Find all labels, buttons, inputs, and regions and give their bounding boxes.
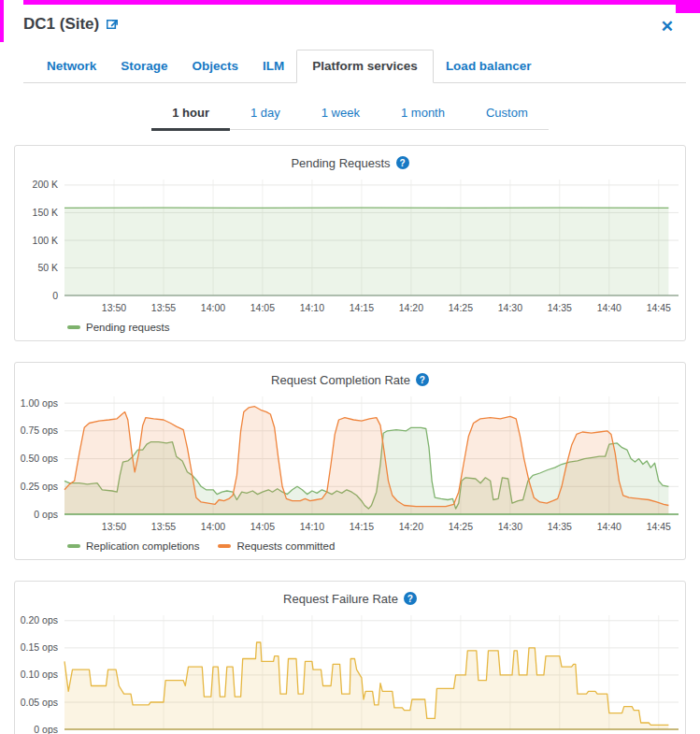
svg-text:14:10: 14:10 xyxy=(300,521,324,532)
tab-objects[interactable]: Objects xyxy=(180,50,251,82)
tab-bar: Network Storage Objects ILM Platform ser… xyxy=(23,50,686,83)
svg-text:0 ops: 0 ops xyxy=(34,509,58,520)
chart-title: Request Completion Rate xyxy=(271,373,410,387)
svg-text:14:45: 14:45 xyxy=(647,521,671,532)
tab-network[interactable]: Network xyxy=(35,50,108,82)
request-completion-rate-chart[interactable]: 0 ops0.25 ops0.50 ops0.75 ops1.00 ops13:… xyxy=(15,391,685,539)
svg-text:14:00: 14:00 xyxy=(201,521,225,532)
svg-text:14:15: 14:15 xyxy=(350,521,374,532)
time-tab-1-week[interactable]: 1 week xyxy=(301,98,380,129)
svg-text:0.20 ops: 0.20 ops xyxy=(21,614,58,626)
svg-text:14:45: 14:45 xyxy=(647,302,671,313)
tab-storage[interactable]: Storage xyxy=(108,50,179,82)
panel-request-completion-rate: Request Completion Rate ? 0 ops0.25 ops0… xyxy=(14,362,686,560)
svg-text:0: 0 xyxy=(52,290,58,301)
legend-item[interactable]: Pending requests xyxy=(67,322,170,333)
debug-highlight-left-strip xyxy=(0,0,4,42)
close-icon[interactable]: ✕ xyxy=(653,15,681,38)
svg-text:0.15 ops: 0.15 ops xyxy=(21,641,58,653)
svg-text:1.00 ops: 1.00 ops xyxy=(21,397,58,409)
time-range-bar: 1 hour 1 day 1 week 1 month Custom xyxy=(0,98,700,130)
svg-text:14:30: 14:30 xyxy=(498,302,522,313)
tab-platform-services[interactable]: Platform services xyxy=(296,50,434,83)
svg-text:14:00: 14:00 xyxy=(201,302,225,313)
request-failure-rate-chart[interactable]: 0 ops0.05 ops0.10 ops0.15 ops0.20 ops13:… xyxy=(15,610,685,734)
chart-legend: Replication completionsRequests committe… xyxy=(67,540,685,552)
svg-text:14:05: 14:05 xyxy=(250,302,275,313)
debug-highlight-top-bar xyxy=(23,0,678,5)
svg-text:14:05: 14:05 xyxy=(250,521,275,532)
svg-text:0.50 ops: 0.50 ops xyxy=(21,453,58,464)
help-icon[interactable]: ? xyxy=(416,373,429,386)
svg-text:14:30: 14:30 xyxy=(498,521,522,532)
external-link-icon[interactable] xyxy=(107,18,120,31)
svg-text:13:55: 13:55 xyxy=(151,521,176,532)
svg-text:14:20: 14:20 xyxy=(399,521,423,532)
legend-label: Requests committed xyxy=(236,540,335,552)
svg-text:0.25 ops: 0.25 ops xyxy=(21,481,58,492)
time-tab-1-day[interactable]: 1 day xyxy=(230,98,301,129)
panel-pending-requests: Pending Requests ? 050 K100 K150 K200 K1… xyxy=(14,145,686,341)
svg-text:150 K: 150 K xyxy=(33,207,58,218)
svg-text:0.10 ops: 0.10 ops xyxy=(21,669,58,680)
pending-requests-chart[interactable]: 050 K100 K150 K200 K13:5013:5514:0014:05… xyxy=(15,174,685,320)
svg-text:14:20: 14:20 xyxy=(399,302,423,313)
help-icon[interactable]: ? xyxy=(396,156,409,169)
svg-text:14:25: 14:25 xyxy=(449,302,473,313)
svg-text:14:15: 14:15 xyxy=(350,302,374,313)
legend-swatch-icon xyxy=(218,544,231,548)
tab-load-balancer[interactable]: Load balancer xyxy=(434,50,544,82)
svg-text:200 K: 200 K xyxy=(33,179,58,190)
legend-item[interactable]: Replication completions xyxy=(67,540,199,552)
svg-text:14:35: 14:35 xyxy=(548,302,572,313)
chart-title: Request Failure Rate xyxy=(283,592,398,606)
tab-ilm[interactable]: ILM xyxy=(250,50,296,82)
svg-text:14:10: 14:10 xyxy=(300,302,324,313)
svg-text:14:40: 14:40 xyxy=(597,521,621,532)
svg-text:0 ops: 0 ops xyxy=(34,724,58,734)
svg-text:13:55: 13:55 xyxy=(151,302,176,313)
svg-text:14:25: 14:25 xyxy=(449,521,473,532)
time-tab-1-month[interactable]: 1 month xyxy=(380,98,465,129)
chart-title: Pending Requests xyxy=(291,156,390,170)
dialog-header: DC1 (Site) ✕ xyxy=(0,0,700,38)
svg-text:14:40: 14:40 xyxy=(597,302,621,313)
svg-text:13:50: 13:50 xyxy=(102,521,126,532)
svg-text:0.05 ops: 0.05 ops xyxy=(21,697,58,708)
legend-label: Replication completions xyxy=(86,540,199,552)
legend-label: Pending requests xyxy=(86,322,170,333)
page-title: DC1 (Site) xyxy=(23,15,99,34)
svg-text:14:35: 14:35 xyxy=(548,521,572,532)
help-icon[interactable]: ? xyxy=(404,592,417,605)
legend-swatch-icon xyxy=(67,325,80,329)
chart-legend: Pending requests xyxy=(67,322,685,333)
svg-text:100 K: 100 K xyxy=(33,235,58,246)
panel-request-failure-rate: Request Failure Rate ? 0 ops0.05 ops0.10… xyxy=(14,581,686,734)
legend-swatch-icon xyxy=(67,544,80,548)
time-tab-1-hour[interactable]: 1 hour xyxy=(151,98,230,131)
debug-highlight-corner xyxy=(676,0,700,13)
svg-text:50 K: 50 K xyxy=(37,262,58,273)
time-tab-custom[interactable]: Custom xyxy=(465,98,549,129)
svg-text:0.75 ops: 0.75 ops xyxy=(21,425,58,436)
svg-text:13:50: 13:50 xyxy=(102,302,126,313)
legend-item[interactable]: Requests committed xyxy=(218,540,335,552)
